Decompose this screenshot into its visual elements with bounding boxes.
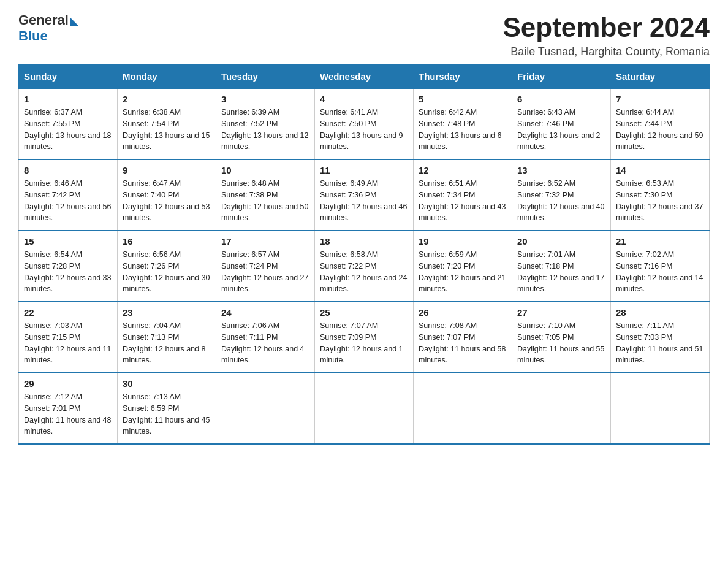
header-thursday: Thursday xyxy=(414,65,512,89)
day-number: 28 xyxy=(616,307,704,318)
day-number: 10 xyxy=(221,165,309,175)
month-year-title: September 2024 xyxy=(502,12,710,43)
table-row: 24Sunrise: 7:06 AMSunset: 7:11 PMDayligh… xyxy=(216,302,315,373)
day-info: Sunrise: 6:53 AMSunset: 7:30 PMDaylight:… xyxy=(616,178,704,224)
day-info: Sunrise: 7:04 AMSunset: 7:13 PMDaylight:… xyxy=(123,320,211,366)
header-friday: Friday xyxy=(512,65,611,89)
day-info: Sunrise: 6:47 AMSunset: 7:40 PMDaylight:… xyxy=(123,178,211,224)
table-row: 2Sunrise: 6:38 AMSunset: 7:54 PMDaylight… xyxy=(118,88,216,159)
table-row: 23Sunrise: 7:04 AMSunset: 7:13 PMDayligh… xyxy=(118,302,216,373)
table-row: 7Sunrise: 6:44 AMSunset: 7:44 PMDaylight… xyxy=(611,88,710,159)
table-row: 16Sunrise: 6:56 AMSunset: 7:26 PMDayligh… xyxy=(118,231,216,302)
day-info: Sunrise: 7:10 AMSunset: 7:05 PMDaylight:… xyxy=(517,320,605,366)
header-tuesday: Tuesday xyxy=(216,65,315,89)
day-number: 29 xyxy=(24,378,112,389)
day-info: Sunrise: 7:07 AMSunset: 7:09 PMDaylight:… xyxy=(320,320,408,366)
day-info: Sunrise: 7:02 AMSunset: 7:16 PMDaylight:… xyxy=(616,249,704,295)
day-info: Sunrise: 7:01 AMSunset: 7:18 PMDaylight:… xyxy=(517,249,605,295)
day-number: 7 xyxy=(616,94,704,104)
logo: General Blue xyxy=(18,12,78,44)
table-row: 28Sunrise: 7:11 AMSunset: 7:03 PMDayligh… xyxy=(611,302,710,373)
day-number: 26 xyxy=(419,307,507,318)
table-row xyxy=(611,373,710,444)
table-row: 15Sunrise: 6:54 AMSunset: 7:28 PMDayligh… xyxy=(19,231,118,302)
day-number: 12 xyxy=(419,165,507,175)
day-info: Sunrise: 6:42 AMSunset: 7:48 PMDaylight:… xyxy=(419,107,507,153)
calendar-table: Sunday Monday Tuesday Wednesday Thursday… xyxy=(18,64,710,445)
day-number: 19 xyxy=(419,236,507,247)
day-number: 25 xyxy=(320,307,408,318)
calendar-week-row: 8Sunrise: 6:46 AMSunset: 7:42 PMDaylight… xyxy=(19,159,710,231)
day-number: 6 xyxy=(517,94,605,104)
calendar-week-row: 22Sunrise: 7:03 AMSunset: 7:15 PMDayligh… xyxy=(19,302,710,373)
table-row: 8Sunrise: 6:46 AMSunset: 7:42 PMDaylight… xyxy=(19,159,118,231)
day-info: Sunrise: 6:49 AMSunset: 7:36 PMDaylight:… xyxy=(320,178,408,224)
header-wednesday: Wednesday xyxy=(315,65,414,89)
day-number: 17 xyxy=(221,236,309,247)
day-number: 27 xyxy=(517,307,605,318)
table-row: 13Sunrise: 6:52 AMSunset: 7:32 PMDayligh… xyxy=(512,159,611,231)
day-number: 9 xyxy=(123,165,211,175)
day-number: 13 xyxy=(517,165,605,175)
day-info: Sunrise: 6:39 AMSunset: 7:52 PMDaylight:… xyxy=(221,107,309,153)
day-info: Sunrise: 6:37 AMSunset: 7:55 PMDaylight:… xyxy=(24,107,112,153)
table-row: 1Sunrise: 6:37 AMSunset: 7:55 PMDaylight… xyxy=(19,88,118,159)
calendar-week-row: 1Sunrise: 6:37 AMSunset: 7:55 PMDaylight… xyxy=(19,88,710,159)
day-number: 4 xyxy=(320,94,408,104)
table-row xyxy=(414,373,512,444)
day-info: Sunrise: 7:13 AMSunset: 6:59 PMDaylight:… xyxy=(123,391,211,437)
day-info: Sunrise: 6:44 AMSunset: 7:44 PMDaylight:… xyxy=(616,107,704,153)
table-row: 5Sunrise: 6:42 AMSunset: 7:48 PMDaylight… xyxy=(414,88,512,159)
weekday-header-row: Sunday Monday Tuesday Wednesday Thursday… xyxy=(19,65,710,89)
day-info: Sunrise: 6:38 AMSunset: 7:54 PMDaylight:… xyxy=(123,107,211,153)
day-number: 21 xyxy=(616,236,704,247)
table-row xyxy=(315,373,414,444)
table-row: 18Sunrise: 6:58 AMSunset: 7:22 PMDayligh… xyxy=(315,231,414,302)
header-sunday: Sunday xyxy=(19,65,118,89)
day-info: Sunrise: 6:43 AMSunset: 7:46 PMDaylight:… xyxy=(517,107,605,153)
location-subtitle: Baile Tusnad, Harghita County, Romania xyxy=(502,45,710,58)
day-number: 1 xyxy=(24,94,112,104)
title-block: September 2024 Baile Tusnad, Harghita Co… xyxy=(502,12,710,58)
day-number: 15 xyxy=(24,236,112,247)
day-number: 30 xyxy=(123,378,211,389)
table-row: 27Sunrise: 7:10 AMSunset: 7:05 PMDayligh… xyxy=(512,302,611,373)
table-row: 4Sunrise: 6:41 AMSunset: 7:50 PMDaylight… xyxy=(315,88,414,159)
day-number: 18 xyxy=(320,236,408,247)
header-saturday: Saturday xyxy=(611,65,710,89)
day-number: 22 xyxy=(24,307,112,318)
table-row xyxy=(512,373,611,444)
calendar-week-row: 15Sunrise: 6:54 AMSunset: 7:28 PMDayligh… xyxy=(19,231,710,302)
day-info: Sunrise: 6:46 AMSunset: 7:42 PMDaylight:… xyxy=(24,178,112,224)
page-header: General Blue September 2024 Baile Tusnad… xyxy=(18,12,710,58)
day-info: Sunrise: 6:58 AMSunset: 7:22 PMDaylight:… xyxy=(320,249,408,295)
table-row: 17Sunrise: 6:57 AMSunset: 7:24 PMDayligh… xyxy=(216,231,315,302)
table-row xyxy=(216,373,315,444)
table-row: 30Sunrise: 7:13 AMSunset: 6:59 PMDayligh… xyxy=(118,373,216,444)
day-info: Sunrise: 6:57 AMSunset: 7:24 PMDaylight:… xyxy=(221,249,309,295)
table-row: 25Sunrise: 7:07 AMSunset: 7:09 PMDayligh… xyxy=(315,302,414,373)
calendar-week-row: 29Sunrise: 7:12 AMSunset: 7:01 PMDayligh… xyxy=(19,373,710,444)
day-number: 14 xyxy=(616,165,704,175)
day-number: 2 xyxy=(123,94,211,104)
table-row: 9Sunrise: 6:47 AMSunset: 7:40 PMDaylight… xyxy=(118,159,216,231)
day-number: 3 xyxy=(221,94,309,104)
table-row: 12Sunrise: 6:51 AMSunset: 7:34 PMDayligh… xyxy=(414,159,512,231)
table-row: 29Sunrise: 7:12 AMSunset: 7:01 PMDayligh… xyxy=(19,373,118,444)
table-row: 3Sunrise: 6:39 AMSunset: 7:52 PMDaylight… xyxy=(216,88,315,159)
day-number: 8 xyxy=(24,165,112,175)
day-number: 5 xyxy=(419,94,507,104)
day-info: Sunrise: 6:52 AMSunset: 7:32 PMDaylight:… xyxy=(517,178,605,224)
table-row: 20Sunrise: 7:01 AMSunset: 7:18 PMDayligh… xyxy=(512,231,611,302)
day-number: 24 xyxy=(221,307,309,318)
table-row: 19Sunrise: 6:59 AMSunset: 7:20 PMDayligh… xyxy=(414,231,512,302)
day-info: Sunrise: 6:51 AMSunset: 7:34 PMDaylight:… xyxy=(419,178,507,224)
day-info: Sunrise: 6:59 AMSunset: 7:20 PMDaylight:… xyxy=(419,249,507,295)
day-number: 16 xyxy=(123,236,211,247)
day-number: 11 xyxy=(320,165,408,175)
header-monday: Monday xyxy=(118,65,216,89)
day-info: Sunrise: 7:12 AMSunset: 7:01 PMDaylight:… xyxy=(24,391,112,437)
day-info: Sunrise: 7:03 AMSunset: 7:15 PMDaylight:… xyxy=(24,320,112,366)
day-info: Sunrise: 6:56 AMSunset: 7:26 PMDaylight:… xyxy=(123,249,211,295)
day-info: Sunrise: 7:06 AMSunset: 7:11 PMDaylight:… xyxy=(221,320,309,366)
